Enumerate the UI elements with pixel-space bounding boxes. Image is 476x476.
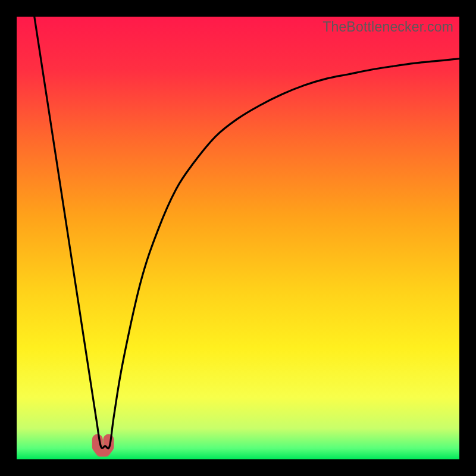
chart-frame: TheBottlenecker.com bbox=[0, 0, 476, 476]
bottleneck-curve bbox=[35, 17, 459, 449]
plot-area: TheBottlenecker.com bbox=[17, 17, 459, 459]
curve-layer bbox=[17, 17, 459, 459]
watermark-text: TheBottlenecker.com bbox=[322, 19, 453, 35]
